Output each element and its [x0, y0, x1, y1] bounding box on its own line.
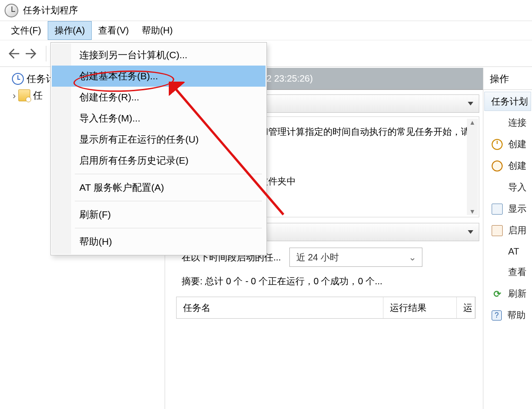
action-view[interactable]: 查看 — [483, 261, 532, 283]
toolbar-separator — [46, 46, 46, 61]
scrollbar[interactable]: ▲ ▼ — [467, 119, 478, 215]
clock-icon — [12, 73, 24, 85]
menu-file[interactable]: 文件(F) — [5, 22, 48, 39]
folder-icon — [18, 89, 30, 101]
scroll-up-icon[interactable]: ▲ — [469, 119, 476, 126]
action-at-service[interactable]: AT — [483, 241, 532, 261]
menu-item-create-basic[interactable]: 创建基本任务(B)... — [52, 66, 266, 87]
menu-item-import[interactable]: 导入任务(M)... — [52, 108, 266, 129]
action-connect[interactable]: 连接 — [483, 112, 532, 133]
menu-bar: 文件(F) 操作(A) 查看(V) 帮助(H) — [0, 21, 532, 40]
app-title: 任务计划程序 — [23, 4, 78, 17]
nav-back-button[interactable] — [4, 45, 21, 62]
action-label: 刷新 — [508, 287, 526, 300]
action-show-running[interactable]: 显示 — [483, 198, 532, 220]
action-label: 显示 — [508, 203, 526, 215]
menu-item-create-task[interactable]: 创建任务(R)... — [52, 87, 266, 108]
menu-item-help[interactable]: 帮助(H) — [52, 231, 266, 252]
refresh-icon: ⟳ — [492, 288, 503, 299]
action-label: AT — [508, 246, 519, 257]
action-import[interactable]: 导入 — [483, 177, 532, 198]
menu-action[interactable]: 操作(A) — [48, 21, 92, 40]
action-label: 帮助 — [507, 309, 526, 321]
actions-title: 操作 — [483, 68, 532, 90]
action-label: 创建 — [508, 160, 526, 172]
actions-pane: 操作 任务计划 连接 创建 创建 导入 显示 启用 AT — [483, 68, 532, 409]
action-label: 查看 — [508, 266, 526, 278]
column-task-name[interactable]: 任务名 — [177, 297, 383, 318]
action-label: 连接 — [508, 116, 526, 129]
menu-view[interactable]: 查看(V) — [92, 22, 135, 39]
action-label: 启用 — [508, 224, 526, 237]
tree-expander-icon[interactable]: › — [10, 90, 18, 101]
action-help[interactable]: ? 帮助 — [483, 304, 532, 326]
blank-icon — [492, 267, 503, 278]
menu-item-refresh[interactable]: 刷新(F) — [52, 204, 266, 225]
task-summary-line: 摘要: 总计 0 个 - 0 个正在运行，0 个成功，0 个... — [182, 275, 479, 287]
menu-item-show-running[interactable]: 显示所有正在运行的任务(U) — [52, 129, 266, 150]
clock-icon — [492, 160, 503, 171]
period-value: 近 24 小时 — [296, 251, 339, 264]
action-create[interactable]: 创建 — [483, 155, 532, 177]
scroll-down-icon[interactable]: ▼ — [469, 208, 476, 215]
action-enable-history[interactable]: 启用 — [483, 220, 532, 241]
column-extra[interactable]: 运 — [457, 297, 475, 318]
column-run-result[interactable]: 运行结果 — [383, 297, 457, 318]
tree-root-label: 任务计 — [27, 72, 54, 85]
task-status-block: 在以下时间段启动的任... 近 24 小时 ⌄ 摘要: 总计 0 个 - 0 个… — [170, 248, 479, 319]
task-table-header: 任务名 运行结果 运 — [176, 297, 476, 319]
chevron-down-icon: ⌄ — [409, 252, 416, 263]
history-icon — [492, 225, 503, 236]
action-menu-dropdown: 连接到另一台计算机(C)... 创建基本任务(B)... 创建任务(R)... … — [50, 42, 267, 255]
period-combobox[interactable]: 近 24 小时 ⌄ — [289, 248, 422, 267]
action-create-basic[interactable]: 创建 — [483, 133, 532, 155]
action-label: 创建 — [508, 138, 526, 150]
menu-item-connect[interactable]: 连接到另一台计算机(C)... — [52, 44, 266, 66]
nav-forward-button[interactable] — [24, 45, 41, 62]
blank-icon — [492, 246, 503, 257]
blank-icon — [492, 182, 503, 193]
blank-icon — [492, 117, 503, 128]
title-bar: 任务计划程序 — [0, 0, 532, 21]
caret-icon — [468, 230, 473, 234]
menu-separator — [75, 201, 262, 201]
actions-section-header: 任务计划 — [484, 92, 531, 111]
caret-icon — [468, 102, 473, 105]
action-label: 导入 — [508, 181, 526, 193]
action-refresh[interactable]: ⟳ 刷新 — [483, 283, 532, 304]
menu-separator — [75, 228, 262, 228]
app-icon — [5, 4, 18, 17]
menu-help[interactable]: 帮助(H) — [135, 22, 179, 39]
menu-separator — [75, 174, 262, 174]
menu-item-at-service[interactable]: AT 服务帐户配置(A) — [52, 177, 266, 198]
clock-icon — [492, 139, 503, 150]
help-icon: ? — [492, 310, 502, 321]
menu-item-enable-history[interactable]: 启用所有任务历史记录(E) — [52, 150, 266, 171]
calendar-icon — [492, 204, 503, 215]
